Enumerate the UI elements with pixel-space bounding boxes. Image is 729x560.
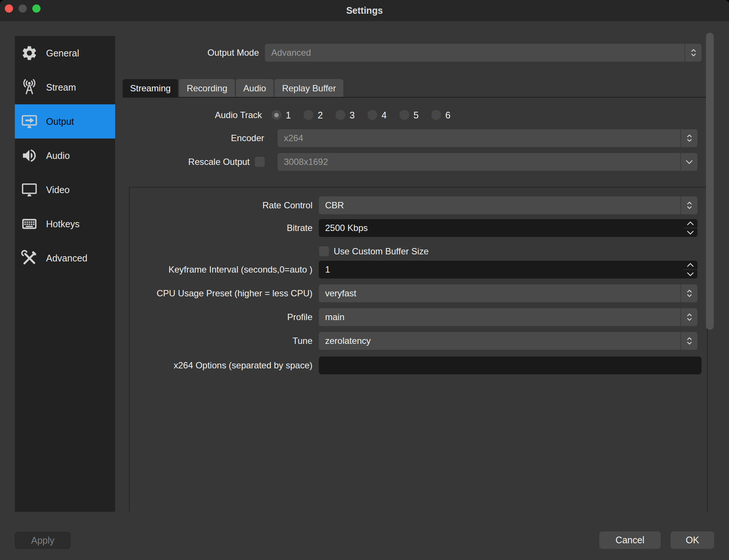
tune-label: Tune [130,336,312,346]
rescale-resolution-combo[interactable]: 3008x1692 [278,153,697,171]
x264-options-label: x264 Options (separated by space) [130,360,312,371]
radio-label: 3 [350,110,355,121]
sidebar-item-video[interactable]: Video [15,173,115,207]
encoder-settings-group: Rate Control CBR Bitrate 2500 Kbps Use C… [129,187,708,512]
keyboard-icon [21,215,38,232]
sidebar-item-audio[interactable]: Audio [15,139,115,173]
tune-value: zerolatency [325,336,680,346]
radio-label: 4 [382,110,387,121]
bitrate-input[interactable]: 2500 Kbps [319,219,697,237]
output-icon [21,113,38,130]
radio-label: 6 [446,110,451,121]
stepper-up-down-icon [684,44,702,62]
audio-track-option-2[interactable]: 2 [304,110,323,121]
radio-icon [272,110,281,120]
bitrate-value: 2500 Kbps [325,223,683,233]
audio-track-option-4[interactable]: 4 [367,110,387,121]
audio-track-label: Audio Track [123,110,262,120]
chevron-down-icon [680,153,697,171]
tab-label: Streaming [130,83,171,94]
broadcast-icon [21,79,38,96]
radio-icon [367,110,377,120]
profile-value: main [325,312,680,322]
sidebar-item-output[interactable]: Output [15,104,115,139]
radio-icon [304,110,313,120]
close-window-button[interactable] [5,4,13,13]
stepper-up-down-icon [680,196,697,214]
audio-track-option-6[interactable]: 6 [431,110,451,121]
tab-recording[interactable]: Recording [179,79,234,98]
sidebar-item-label: Advanced [46,253,87,264]
use-custom-buffer-checkbox[interactable] [319,246,329,257]
settings-window: Settings GeneralStreamOutputAudioVideoHo… [0,0,729,560]
tab-streaming[interactable]: Streaming [123,79,178,98]
tab-audio[interactable]: Audio [236,79,273,98]
output-mode-select[interactable]: Advanced [265,44,702,62]
tabs-underline [123,97,709,98]
cpu-preset-value: veryfast [325,288,680,299]
rescale-output-checkbox[interactable] [255,157,265,167]
encoder-select[interactable]: x264 [278,129,697,147]
tools-icon [21,250,38,267]
cpu-preset-select[interactable]: veryfast [319,284,697,302]
radio-icon [399,110,409,120]
radio-label: 5 [414,110,419,121]
use-custom-buffer-label: Use Custom Buffer Size [334,246,429,257]
gear-icon [21,45,38,62]
output-tabs: StreamingRecordingAudioReplay Buffer [123,79,343,98]
rate-control-select[interactable]: CBR [319,196,697,214]
stepper-up-down-icon [680,284,697,302]
zoom-window-button[interactable] [32,4,40,13]
radio-label: 2 [318,110,323,121]
cancel-button[interactable]: Cancel [599,531,661,549]
audio-track-radio-group: 123456 [272,110,450,121]
rate-control-label: Rate Control [130,200,312,211]
spinner-up-down-icon[interactable] [683,261,697,279]
titlebar: Settings [0,0,729,21]
tab-replay-buffer[interactable]: Replay Buffer [275,79,343,98]
stepper-up-down-icon [680,332,697,350]
output-mode-value: Advanced [271,48,684,58]
traffic-lights [5,4,40,13]
encoder-value: x264 [284,133,680,143]
rate-control-value: CBR [325,200,680,211]
rescale-output-label: Rescale Output [123,157,250,167]
x264-options-input[interactable] [319,356,702,374]
radio-icon [431,110,441,120]
settings-sidebar: GeneralStreamOutputAudioVideoHotkeysAdva… [15,36,115,512]
sidebar-item-hotkeys[interactable]: Hotkeys [15,207,115,241]
vertical-scrollbar-thumb[interactable] [706,33,714,330]
sidebar-item-advanced[interactable]: Advanced [15,241,115,275]
minimize-window-button[interactable] [19,4,27,13]
sidebar-item-general[interactable]: General [15,36,115,70]
sidebar-item-label: Audio [46,150,70,161]
cpu-preset-label: CPU Usage Preset (higher = less CPU) [130,288,312,299]
keyframe-interval-input[interactable]: 1 [319,261,697,279]
apply-button[interactable]: Apply [15,532,71,549]
audio-track-option-1[interactable]: 1 [272,110,291,121]
ok-button[interactable]: OK [671,531,714,549]
sidebar-item-label: Video [46,185,70,195]
sidebar-item-stream[interactable]: Stream [15,70,115,104]
spinner-up-down-icon[interactable] [683,219,697,237]
output-mode-label: Output Mode [123,48,259,58]
radio-icon [336,110,345,120]
profile-select[interactable]: main [319,308,697,326]
profile-label: Profile [130,312,312,322]
rescale-resolution-value: 3008x1692 [284,157,680,167]
sidebar-item-label: Stream [46,82,76,93]
audio-track-option-3[interactable]: 3 [336,110,355,121]
window-title: Settings [0,0,729,21]
audio-track-option-5[interactable]: 5 [399,110,419,121]
tune-select[interactable]: zerolatency [319,332,697,350]
stepper-up-down-icon [680,129,697,147]
speaker-icon [21,147,38,164]
keyframe-interval-label: Keyframe Interval (seconds,0=auto ) [130,264,312,275]
sidebar-item-label: Output [46,116,74,127]
keyframe-interval-value: 1 [325,264,683,275]
sidebar-item-label: General [46,48,79,59]
tab-label: Audio [243,83,266,94]
tab-label: Recording [187,83,227,94]
radio-label: 1 [286,110,291,121]
encoder-label: Encoder [123,133,264,143]
